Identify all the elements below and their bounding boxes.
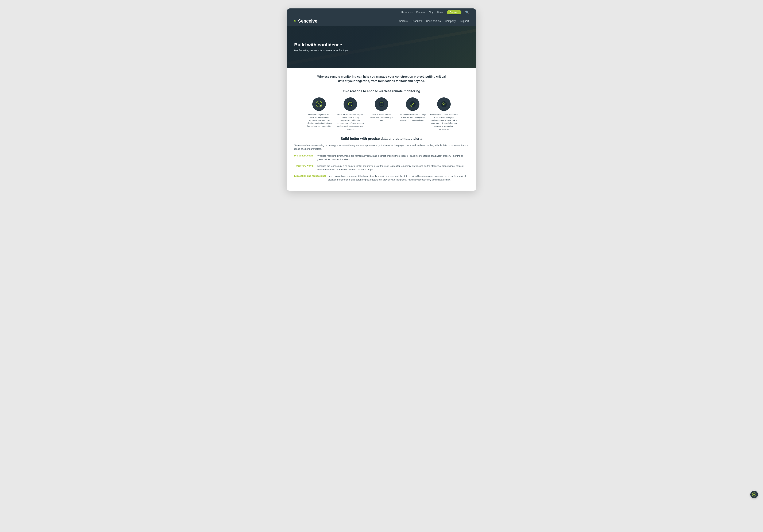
reason-item-quick: Quick to install, quick to deliver the i…: [368, 97, 395, 131]
logo-area: Senceive: [294, 18, 317, 24]
main-nav-row: Senceive Sectors Products Case studies C…: [286, 16, 477, 26]
build-better-section: Build better with precise data and autom…: [294, 137, 469, 181]
reason-item-move: Move the instruments as your constructio…: [337, 97, 364, 131]
logo-text: Senceive: [298, 18, 317, 24]
svg-text:🔍: 🔍: [320, 105, 322, 107]
feature-desc-temporary: because the technology is so easy to ins…: [317, 164, 469, 171]
feature-row-temporary: Temporary works: because the technology …: [294, 164, 469, 171]
logo-dot-1: [294, 20, 295, 21]
hero-section: Build with confidence Monitor with preci…: [286, 26, 477, 68]
build-better-title: Build better with precise data and autom…: [294, 137, 469, 141]
feature-row-excavation: Excavation and foundations: deep excavat…: [294, 174, 469, 181]
feature-row-preconstruction: Pre-construction: Wireless monitoring in…: [294, 154, 469, 161]
nav-case-studies[interactable]: Case studies: [426, 20, 441, 23]
logo-dot-4: [295, 21, 296, 22]
nav-company[interactable]: Company: [445, 20, 456, 23]
hero-subtitle: Monitor with precise, robust wireless te…: [294, 49, 348, 52]
reason-text-built: Senceive wireless technology is built fo…: [399, 113, 426, 122]
reason-icon-built: [406, 97, 419, 111]
reason-item-fewer: Fewer site visits and less need to work …: [430, 97, 458, 131]
search-icon-button[interactable]: 🔍: [465, 11, 469, 14]
hero-title: Build with confidence: [294, 42, 348, 48]
logo-icon: [294, 20, 296, 22]
five-reasons-title: Five reasons to choose wireless remote m…: [294, 89, 469, 93]
main-content: Wireless remote monitoring can help you …: [286, 68, 477, 191]
section-headline: Wireless remote monitoring can help you …: [316, 74, 447, 83]
feature-label-temporary: Temporary works:: [294, 164, 317, 167]
contact-button[interactable]: Contact: [447, 10, 462, 14]
reasons-grid: $ 🔍 Low operating costs and minimal main…: [294, 97, 469, 131]
reason-item-cost: $ 🔍 Low operating costs and minimal main…: [305, 97, 333, 131]
nav-support[interactable]: Support: [460, 20, 469, 23]
reason-item-built: Senceive wireless technology is built fo…: [399, 97, 426, 131]
reason-icon-move: [344, 97, 357, 111]
reason-icon-cost: $ 🔍: [312, 97, 326, 111]
reason-text-move: Move the instruments as your constructio…: [337, 113, 364, 131]
hero-content: Build with confidence Monitor with preci…: [286, 42, 356, 52]
build-better-intro: Senceive wireless monitoring technology …: [294, 144, 469, 151]
reason-icon-fewer: [437, 97, 451, 111]
reason-text-fewer: Fewer site visits and less need to work …: [430, 113, 458, 131]
top-nav: Resources Partners Blog News Contact 🔍: [286, 8, 477, 16]
feature-label-excavation: Excavation and foundations:: [294, 174, 328, 178]
main-nav: Sectors Products Case studies Company Su…: [399, 20, 469, 23]
nav-sectors[interactable]: Sectors: [399, 20, 408, 23]
reason-text-quick: Quick to install, quick to deliver the i…: [368, 113, 395, 122]
feature-desc-excavation: deep excavations can present the biggest…: [328, 174, 469, 181]
chat-widget[interactable]: [750, 491, 758, 498]
nav-blog[interactable]: Blog: [429, 11, 434, 14]
logo-dot-2: [295, 20, 296, 21]
reason-icon-quick: [375, 97, 388, 111]
site-header: Resources Partners Blog News Contact 🔍: [286, 8, 477, 26]
page-wrapper: Resources Partners Blog News Contact 🔍: [286, 8, 477, 191]
nav-resources[interactable]: Resources: [401, 11, 412, 14]
feature-label-preconstruction: Pre-construction:: [294, 154, 317, 158]
nav-products[interactable]: Products: [412, 20, 422, 23]
nav-partners[interactable]: Partners: [416, 11, 425, 14]
nav-news[interactable]: News: [437, 11, 443, 14]
logo-dot-3: [294, 21, 295, 22]
reason-text-cost: Low operating costs and minimal maintena…: [305, 113, 333, 128]
feature-desc-preconstruction: Wireless monitoring instruments are rema…: [317, 154, 469, 161]
